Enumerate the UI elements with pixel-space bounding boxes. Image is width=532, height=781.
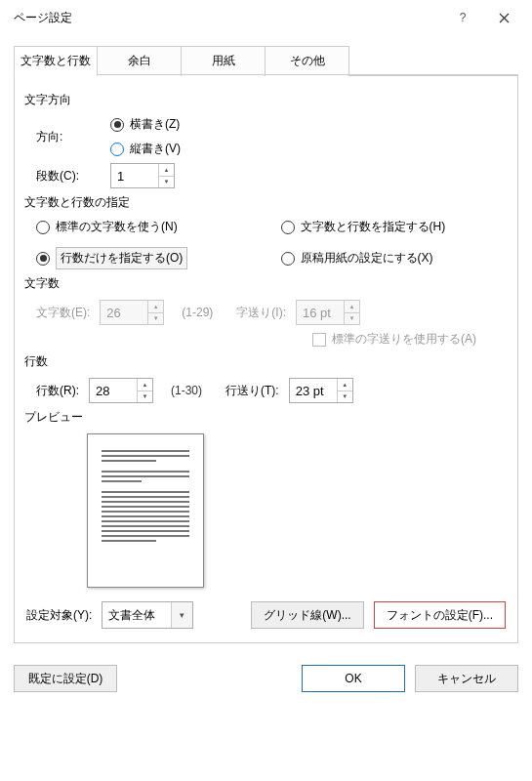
radio-lines-only-label: 行数だけを指定する(O) (56, 247, 187, 269)
radio-horizontal[interactable]: 横書き(Z) (110, 116, 181, 133)
input-columns[interactable] (111, 164, 158, 187)
label-char-count: 文字数(E): (36, 305, 90, 321)
spin-char-pitch: ▲▼ (296, 300, 360, 325)
chevron-down-icon[interactable]: ▼ (159, 177, 174, 188)
spin-char-count: ▲▼ (100, 300, 164, 325)
chevron-up-icon: ▲ (148, 301, 163, 313)
spin-line-count[interactable]: ▲▼ (89, 378, 153, 403)
input-char-count (101, 301, 147, 324)
label-direction: 方向: (26, 129, 110, 145)
group-title-preview: プレビュー (24, 409, 506, 426)
radio-chars-and-lines[interactable]: 文字数と行数を指定する(H) (281, 219, 507, 235)
check-default-pitch: 標準の字送りを使用する(A) (312, 331, 476, 348)
spin-arrows[interactable]: ▲▼ (137, 379, 152, 402)
radio-dot-icon (281, 221, 295, 234)
preview-page (87, 433, 204, 588)
row-char-count: 文字数(E): ▲▼ (1-29) 字送り(I): ▲▼ (26, 300, 506, 325)
radio-dot-icon (281, 252, 295, 266)
row-columns: 段数(C): ▲▼ (26, 163, 506, 188)
radio-vertical[interactable]: 縦書き(V) (110, 141, 181, 157)
select-apply-to-value[interactable] (102, 608, 171, 622)
titlebar: ページ設定 ? (0, 0, 532, 35)
tab-panel: 文字方向 方向: 横書き(Z) 縦書き(V) 段数(C): ▲▼ 文字数と行数の… (14, 75, 518, 643)
tabstrip: 文字数と行数 余白 用紙 その他 (14, 45, 518, 75)
row-direction: 方向: 横書き(Z) 縦書き(V) (26, 116, 506, 157)
group-title-lines: 行数 (24, 353, 506, 370)
label-line-count: 行数(R): (36, 383, 79, 399)
help-button[interactable]: ? (442, 4, 483, 31)
close-icon (499, 13, 510, 23)
cancel-button[interactable]: キャンセル (415, 665, 518, 692)
input-line-pitch[interactable] (290, 379, 337, 402)
radio-manuscript-label: 原稿用紙の設定にする(X) (301, 250, 433, 267)
spin-arrows[interactable]: ▲▼ (158, 164, 174, 187)
radio-standard-chars[interactable]: 標準の文字数を使う(N) (36, 219, 262, 235)
row-default-pitch: 標準の字送りを使用する(A) (26, 331, 506, 348)
radio-vertical-label: 縦書き(V) (130, 141, 181, 157)
font-settings-button[interactable]: フォントの設定(F)... (374, 601, 506, 629)
input-char-pitch (297, 301, 344, 324)
radio-horizontal-label: 横書き(Z) (130, 116, 180, 133)
chevron-up-icon[interactable]: ▲ (159, 164, 174, 177)
group-title-chars: 文字数 (24, 275, 506, 292)
spin-arrows: ▲▼ (147, 301, 163, 324)
spin-arrows[interactable]: ▲▼ (337, 379, 352, 402)
radio-standard-chars-label: 標準の文字数を使う(N) (56, 219, 178, 235)
label-char-pitch: 字送り(I): (236, 305, 286, 321)
radio-dot-icon (110, 118, 124, 132)
group-title-grid-spec: 文字数と行数の指定 (24, 194, 506, 211)
spin-arrows: ▲▼ (344, 301, 359, 324)
row-line-count: 行数(R): ▲▼ (1-30) 行送り(T): ▲▼ (26, 378, 506, 403)
chevron-up-icon: ▲ (345, 301, 359, 313)
chevron-down-icon: ▼ (148, 313, 163, 325)
checkbox-icon (312, 333, 326, 347)
grid-spec-radios: 標準の文字数を使う(N) 文字数と行数を指定する(H) 行数だけを指定する(O)… (26, 219, 506, 269)
radio-dot-icon (36, 252, 50, 266)
select-apply-to[interactable]: ▾ (102, 601, 193, 629)
radio-manuscript[interactable]: 原稿用紙の設定にする(X) (281, 247, 507, 269)
ok-button[interactable]: OK (302, 665, 405, 692)
tab-margins[interactable]: 余白 (98, 46, 182, 76)
dialog-footer: 既定に設定(D) OK キャンセル (0, 655, 532, 702)
set-default-button[interactable]: 既定に設定(D) (14, 665, 117, 692)
radio-lines-only[interactable]: 行数だけを指定する(O) (36, 247, 262, 269)
check-default-pitch-label: 標準の字送りを使用する(A) (332, 331, 476, 348)
chevron-down-icon: ▼ (345, 313, 359, 325)
chevron-down-icon[interactable]: ▼ (138, 391, 152, 403)
gridlines-button[interactable]: グリッド線(W)... (251, 601, 363, 629)
radio-dot-icon (110, 143, 124, 156)
tab-other[interactable]: その他 (266, 46, 349, 76)
spin-line-pitch[interactable]: ▲▼ (289, 378, 353, 403)
hint-line-range: (1-30) (171, 384, 202, 397)
row-apply-to: 設定対象(Y): ▾ グリッド線(W)... フォントの設定(F)... (26, 601, 506, 629)
tab-paper[interactable]: 用紙 (182, 46, 266, 76)
hint-char-range: (1-29) (182, 306, 213, 319)
chevron-up-icon[interactable]: ▲ (338, 379, 352, 391)
radio-chars-and-lines-label: 文字数と行数を指定する(H) (301, 219, 446, 235)
input-line-count[interactable] (90, 379, 137, 402)
chevron-up-icon[interactable]: ▲ (138, 379, 152, 391)
chevron-down-icon[interactable]: ▼ (338, 391, 352, 403)
spin-columns[interactable]: ▲▼ (110, 163, 175, 188)
dialog-title: ページ設定 (14, 10, 442, 26)
group-title-text-direction: 文字方向 (24, 92, 506, 108)
label-line-pitch: 行送り(T): (225, 383, 279, 399)
chevron-down-icon[interactable]: ▾ (171, 602, 192, 628)
radio-dot-icon (36, 221, 50, 234)
tab-chars-lines[interactable]: 文字数と行数 (14, 46, 98, 76)
label-apply-to: 設定対象(Y): (26, 607, 92, 624)
label-columns: 段数(C): (26, 168, 110, 185)
close-button[interactable] (483, 4, 524, 31)
